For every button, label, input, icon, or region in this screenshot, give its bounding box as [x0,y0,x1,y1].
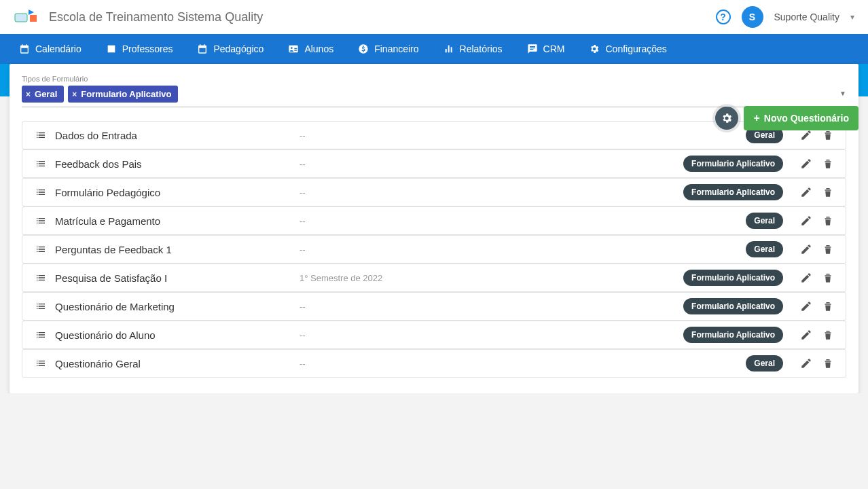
nav-label: Professores [122,43,173,54]
row-tag: Geral [746,355,783,372]
edit-button[interactable] [798,355,814,372]
edit-button[interactable] [798,298,814,314]
row-name: Questionário de Marketing [55,301,300,312]
filter-chip[interactable]: ×Formulario Aplicativo [68,86,178,103]
table-row: Questionário do Aluno--Formulario Aplica… [22,321,846,349]
row-name: Perguntas de Feedback 1 [55,244,300,255]
nav-label: Pedagógico [213,43,264,54]
row-name: Questionário do Aluno [55,329,300,341]
list-icon [35,301,47,312]
chevron-down-icon[interactable]: ▾ [850,12,854,22]
list-icon [35,244,47,255]
edit-button[interactable] [798,156,814,172]
calendar-icon [19,43,30,54]
row-name: Feedback dos Pais [55,158,300,170]
list-icon [35,358,47,369]
edit-button[interactable] [798,270,814,286]
list-icon [35,215,47,226]
list-icon [35,158,47,169]
nav-item-pedagógico[interactable]: Pedagógico [185,34,276,64]
delete-button[interactable] [820,184,836,200]
nav-item-professores[interactable]: Professores [94,34,185,64]
edit-button[interactable] [798,184,814,200]
nav-item-crm[interactable]: CRM [515,34,577,64]
nav-item-financeiro[interactable]: Financeiro [346,34,431,64]
settings-button[interactable] [715,107,738,130]
badge-icon [288,43,299,54]
row-desc: -- [300,216,746,226]
edit-button[interactable] [798,327,814,343]
nav-label: CRM [543,43,565,54]
nav-item-alunos[interactable]: Alunos [276,34,346,64]
plus-icon: + [753,112,759,124]
row-desc: -- [300,244,746,255]
nav-item-relatórios[interactable]: Relatórios [431,34,515,64]
chat-icon [527,43,538,54]
folder-icon [197,43,208,54]
delete-button[interactable] [820,213,836,229]
delete-button[interactable] [820,298,836,314]
list-icon [35,272,47,283]
row-name: Formulário Pedagógico [55,187,300,198]
nav-label: Alunos [304,43,333,54]
chip-label: Formulario Aplicativo [81,89,171,99]
chip-remove-icon[interactable]: × [72,90,77,99]
row-name: Pesquisa de Satisfação I [55,272,300,284]
nav-label: Relatórios [460,43,503,54]
list-icon [35,329,47,340]
app-title: Escola de Treinamento Sistema Quality [49,10,716,24]
chart-icon [444,43,454,54]
svg-rect-0 [15,14,27,22]
row-desc: -- [300,159,683,169]
user-avatar[interactable]: S [742,6,763,28]
table-row: Feedback dos Pais--Formulario Aplicativo [22,149,846,178]
row-tag: Geral [746,213,783,229]
row-tag: Formulario Aplicativo [683,298,783,314]
nav-item-configurações[interactable]: Configurações [577,34,679,64]
questionnaire-list: Dados do Entrada--GeralFeedback dos Pais… [22,121,846,378]
person-icon [106,43,117,54]
delete-button[interactable] [820,156,836,172]
edit-button[interactable] [798,213,814,229]
row-tag: Formulario Aplicativo [683,270,783,286]
table-row: Questionário de Marketing--Formulario Ap… [22,292,846,321]
list-icon [35,187,47,198]
svg-rect-1 [30,15,37,22]
row-desc: -- [300,330,683,340]
row-tag: Formulario Aplicativo [683,156,783,172]
row-name: Questionário Geral [55,358,300,369]
nav-label: Configurações [605,43,666,54]
filter-chip[interactable]: ×Geral [22,86,64,103]
table-row: Questionário Geral--Geral [22,349,846,378]
new-questionnaire-button[interactable]: + Novo Questionário [744,106,858,130]
help-icon[interactable]: ? [716,10,731,24]
delete-button[interactable] [820,327,836,343]
row-desc: 1° Semestre de 2022 [300,273,683,283]
delete-button[interactable] [820,270,836,286]
table-row: Perguntas de Feedback 1--Geral [22,235,846,264]
delete-button[interactable] [820,241,836,257]
nav-item-calendário[interactable]: Calendário [7,34,94,64]
table-row: Matrícula e Pagamento--Geral [22,206,846,235]
row-desc: -- [300,302,683,312]
nav-label: Financeiro [374,43,418,54]
chip-label: Geral [35,89,57,99]
dollar-icon [358,43,369,54]
row-desc: -- [300,187,683,198]
table-row: Pesquisa de Satisfação I1° Semestre de 2… [22,264,846,292]
row-tag: Geral [746,241,783,257]
nav-label: Calendário [35,43,82,54]
main-nav: CalendárioProfessoresPedagógicoAlunosFin… [0,34,868,64]
app-logo [14,7,41,27]
filter-label: Tipos de Formulário [22,75,846,83]
table-row: Formulário Pedagógico--Formulario Aplica… [22,178,846,206]
row-tag: Formulario Aplicativo [683,327,783,343]
user-name[interactable]: Suporte Quality [774,12,840,22]
gear-icon [589,43,600,54]
row-desc: -- [300,359,746,369]
dropdown-caret-icon[interactable]: ▼ [839,90,846,97]
chip-remove-icon[interactable]: × [26,90,31,99]
row-name: Matrícula e Pagamento [55,215,300,227]
edit-button[interactable] [798,241,814,257]
delete-button[interactable] [820,355,836,372]
